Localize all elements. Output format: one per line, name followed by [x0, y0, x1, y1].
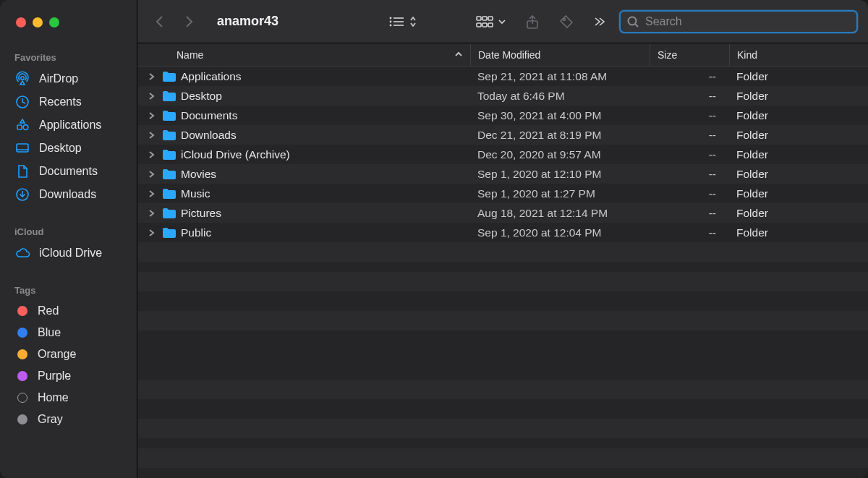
disclosure-triangle-icon[interactable]: [145, 229, 158, 237]
back-button[interactable]: [148, 11, 172, 33]
file-row[interactable]: Applications Sep 21, 2021 at 11:08 AM --…: [137, 67, 868, 86]
file-row[interactable]: iCloud Drive (Archive) Dec 20, 2020 at 9…: [137, 145, 868, 164]
folder-icon: [162, 226, 176, 239]
sidebar-section-favorites: Favorites: [0, 48, 137, 67]
file-row[interactable]: Pictures Aug 18, 2021 at 12:14 PM -- Fol…: [137, 203, 868, 223]
file-name: Music: [181, 187, 210, 200]
file-row[interactable]: Music Sep 1, 2020 at 1:27 PM -- Folder: [137, 184, 868, 203]
tag-color-dot: [17, 328, 27, 338]
svg-line-16: [635, 24, 638, 27]
group-by-button[interactable]: [476, 15, 506, 28]
view-list-button[interactable]: [388, 14, 417, 29]
sidebar-tag-purple[interactable]: Purple: [0, 365, 137, 387]
sidebar-tag-label: Red: [38, 304, 59, 317]
folder-icon: [162, 109, 176, 122]
file-size: --: [650, 187, 729, 200]
empty-row: [137, 242, 868, 262]
svg-point-2: [390, 20, 392, 22]
file-date: Sep 1, 2020 at 12:10 PM: [470, 168, 650, 181]
minimize-window-button[interactable]: [33, 17, 43, 27]
file-date: Today at 6:46 PM: [470, 90, 650, 103]
disclosure-triangle-icon[interactable]: [145, 92, 158, 101]
fullscreen-window-button[interactable]: [49, 17, 59, 27]
search-icon: [626, 15, 639, 28]
cloud-icon: [14, 246, 30, 260]
svg-point-14: [563, 18, 566, 20]
disclosure-triangle-icon[interactable]: [145, 209, 158, 218]
sidebar-tag-label: Gray: [38, 413, 63, 426]
sidebar-item-icloud-drive[interactable]: iCloud Drive: [0, 242, 137, 265]
sidebar-tag-red[interactable]: Red: [0, 300, 137, 322]
sidebar-tag-home[interactable]: Home: [0, 387, 137, 409]
sidebar: Favorites AirDropRecentsApplicationsDesk…: [0, 0, 137, 478]
svg-rect-11: [488, 23, 493, 27]
file-date: Sep 1, 2020 at 12:04 PM: [470, 226, 650, 239]
search-field[interactable]: [619, 10, 858, 33]
sidebar-item-recents[interactable]: Recents: [0, 90, 137, 114]
folder-icon: [162, 187, 176, 200]
file-date: Sep 21, 2021 at 11:08 AM: [470, 70, 650, 83]
svg-point-4: [390, 24, 392, 26]
column-header-date[interactable]: Date Modified: [470, 43, 650, 66]
disclosure-triangle-icon[interactable]: [145, 111, 158, 120]
svg-rect-8: [488, 17, 493, 20]
forward-button[interactable]: [176, 11, 201, 33]
file-row[interactable]: Desktop Today at 6:46 PM -- Folder: [137, 86, 868, 106]
file-size: --: [650, 70, 729, 83]
folder-icon: [162, 90, 176, 103]
disclosure-triangle-icon[interactable]: [145, 170, 158, 179]
column-header-kind[interactable]: Kind: [729, 43, 868, 66]
empty-row: [137, 419, 868, 438]
disclosure-triangle-icon[interactable]: [145, 131, 158, 140]
chevron-down-icon: [498, 17, 506, 27]
file-date: Dec 21, 2021 at 8:19 PM: [470, 129, 650, 142]
sidebar-tag-orange[interactable]: Orange: [0, 343, 137, 365]
column-header-size[interactable]: Size: [650, 43, 729, 66]
window-title: anamor43: [217, 14, 278, 29]
file-row[interactable]: Movies Sep 1, 2020 at 12:10 PM -- Folder: [137, 164, 868, 184]
sidebar-item-applications[interactable]: Applications: [0, 114, 137, 137]
folder-icon: [162, 129, 176, 142]
svg-rect-9: [477, 23, 481, 27]
tag-color-dot: [17, 371, 27, 381]
downloads-icon: [14, 187, 30, 202]
disclosure-triangle-icon[interactable]: [145, 189, 158, 198]
file-date: Sep 1, 2020 at 1:27 PM: [470, 187, 650, 200]
file-kind: Folder: [729, 129, 868, 142]
sidebar-tag-gray[interactable]: Gray: [0, 409, 137, 430]
file-date: Sep 30, 2021 at 4:00 PM: [470, 109, 650, 122]
file-size: --: [650, 90, 729, 103]
folder-icon: [162, 70, 176, 83]
column-header-name[interactable]: Name: [137, 43, 470, 66]
apps-icon: [14, 118, 30, 132]
file-name: Movies: [181, 168, 216, 181]
sidebar-tag-blue[interactable]: Blue: [0, 322, 137, 343]
overflow-button[interactable]: [593, 16, 606, 27]
empty-row: [137, 399, 868, 419]
file-kind: Folder: [729, 207, 868, 220]
sidebar-item-documents[interactable]: Documents: [0, 160, 137, 183]
tags-button[interactable]: [558, 14, 574, 30]
empty-row: [137, 291, 868, 311]
svg-point-0: [390, 17, 392, 19]
sidebar-item-downloads[interactable]: Downloads: [0, 183, 137, 206]
file-size: --: [650, 148, 729, 161]
share-button[interactable]: [525, 14, 540, 30]
file-row[interactable]: Downloads Dec 21, 2021 at 8:19 PM -- Fol…: [137, 125, 868, 145]
sidebar-item-airdrop[interactable]: AirDrop: [0, 67, 137, 90]
empty-row: [137, 311, 868, 330]
chevron-updown-icon: [409, 15, 417, 28]
empty-row: [137, 380, 868, 399]
sidebar-tag-label: Purple: [38, 370, 71, 383]
disclosure-triangle-icon[interactable]: [145, 150, 158, 159]
file-size: --: [650, 207, 729, 220]
desktop-icon: [14, 141, 30, 155]
search-input[interactable]: [645, 15, 851, 28]
file-size: --: [650, 109, 729, 122]
sidebar-item-desktop[interactable]: Desktop: [0, 137, 137, 160]
file-row[interactable]: Documents Sep 30, 2021 at 4:00 PM -- Fol…: [137, 106, 868, 125]
file-kind: Folder: [729, 226, 868, 239]
close-window-button[interactable]: [16, 17, 26, 27]
disclosure-triangle-icon[interactable]: [145, 72, 158, 81]
file-row[interactable]: Public Sep 1, 2020 at 12:04 PM -- Folder: [137, 223, 868, 242]
